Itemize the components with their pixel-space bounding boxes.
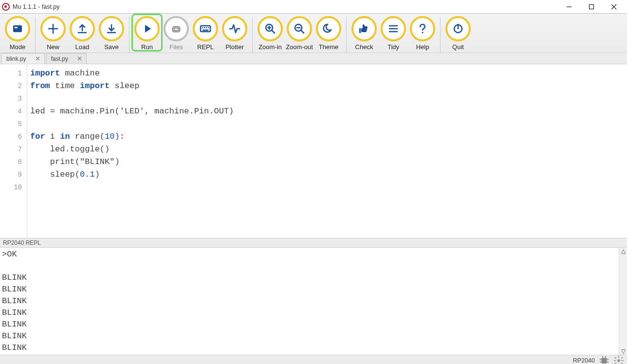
svg-rect-16 <box>614 360 616 361</box>
tab-close-icon[interactable]: ✕ <box>35 55 40 62</box>
close-icon <box>611 4 617 10</box>
help-label: Help <box>416 43 429 51</box>
zoomin-button[interactable]: Zoom-in <box>256 15 285 51</box>
chip-icon[interactable] <box>599 355 609 364</box>
power-icon <box>451 22 465 36</box>
theme-button[interactable]: Theme <box>314 15 343 51</box>
window-title: Mu 1.1.1 - fast.py <box>13 3 60 10</box>
svg-rect-21 <box>621 357 624 359</box>
toolbar-separator <box>440 17 441 53</box>
zoomout-label: Zoom-out <box>286 43 313 51</box>
quit-label: Quit <box>452 43 464 51</box>
tidy-label: Tidy <box>387 43 399 51</box>
mode-icon <box>11 22 24 36</box>
zoomout-button[interactable]: Zoom-out <box>285 15 314 51</box>
thumb-icon <box>357 22 371 36</box>
status-bar: RP2040 <box>0 355 627 364</box>
files-label: Files <box>169 43 183 51</box>
toolbar-separator <box>252 17 253 53</box>
toolbar: ModeNewLoadSaveRunFilesREPLPlotterZoom-i… <box>0 14 627 53</box>
moon-icon <box>322 22 335 36</box>
play-icon <box>140 22 154 36</box>
files-button[interactable]: Files <box>162 15 191 51</box>
maximize-button[interactable] <box>580 0 603 14</box>
app-icon <box>2 3 10 11</box>
tidy-button[interactable]: Tidy <box>379 15 408 51</box>
close-button[interactable] <box>603 0 625 14</box>
toolbar-separator <box>129 17 129 53</box>
toolbar-separator <box>35 17 36 53</box>
code-area[interactable]: import machine from time import sleep le… <box>27 64 627 238</box>
help-icon <box>416 22 429 36</box>
scroll-down-icon[interactable]: ▽ <box>619 348 627 355</box>
run-button[interactable]: Run <box>132 15 162 51</box>
toolbar-separator <box>346 17 347 53</box>
svg-rect-19 <box>621 362 624 364</box>
svg-rect-17 <box>622 360 624 361</box>
files-icon <box>169 22 183 36</box>
repl-label: REPL <box>197 43 214 51</box>
status-mode: RP2040 <box>573 357 595 364</box>
svg-rect-18 <box>614 357 617 359</box>
repl-scrollbar[interactable]: △ ▽ <box>619 248 627 355</box>
plus-icon <box>46 22 60 36</box>
quit-button[interactable]: Quit <box>443 15 473 51</box>
svg-point-13 <box>617 359 620 362</box>
check-label: Check <box>355 43 373 51</box>
svg-rect-20 <box>614 362 617 364</box>
settings-gear-icon[interactable] <box>613 355 624 364</box>
save-button[interactable]: Save <box>97 15 126 51</box>
new-label: New <box>47 43 59 51</box>
svg-rect-4 <box>602 358 607 364</box>
tab-label: blink.py <box>6 55 26 62</box>
minimize-button[interactable] <box>558 0 580 14</box>
menu-icon <box>387 22 400 36</box>
run-label: Run <box>141 43 153 51</box>
editor-tabs: blink.py✕fast.py✕ <box>0 53 627 64</box>
upload-icon <box>75 22 89 36</box>
mode-button[interactable]: Mode <box>3 15 32 51</box>
repl-output[interactable]: >OK BLINK BLINK BLINK BLINK BLINK BLINK … <box>0 248 619 355</box>
download-icon <box>105 22 118 36</box>
repl-button[interactable]: REPL <box>191 15 220 51</box>
save-label: Save <box>104 43 119 51</box>
help-button[interactable]: Help <box>408 15 437 51</box>
repl-title: RP2040 REPL <box>0 238 627 248</box>
theme-label: Theme <box>319 43 338 51</box>
tab-close-icon[interactable]: ✕ <box>77 55 82 62</box>
mode-label: Mode <box>10 43 26 51</box>
maximize-icon <box>589 4 594 10</box>
load-button[interactable]: Load <box>68 15 97 51</box>
new-button[interactable]: New <box>38 15 68 51</box>
svg-rect-14 <box>618 356 619 358</box>
svg-rect-1 <box>590 4 594 9</box>
tab-label: fast.py <box>51 55 68 62</box>
gutter: 12345678910 <box>0 64 27 238</box>
titlebar: Mu 1.1.1 - fast.py <box>0 0 627 14</box>
tab-fast-py[interactable]: fast.py✕ <box>46 53 87 64</box>
zoomout-icon <box>293 22 306 36</box>
minimize-icon <box>566 4 572 10</box>
keyboard-icon <box>199 22 212 36</box>
scroll-up-icon[interactable]: △ <box>619 248 627 255</box>
pulse-icon <box>228 22 241 36</box>
zoomin-icon <box>263 22 277 36</box>
editor[interactable]: 12345678910 import machine from time imp… <box>0 64 627 238</box>
repl-panel[interactable]: >OK BLINK BLINK BLINK BLINK BLINK BLINK … <box>0 248 627 355</box>
load-label: Load <box>75 43 90 51</box>
zoomin-label: Zoom-in <box>258 43 282 51</box>
check-button[interactable]: Check <box>350 15 379 51</box>
plotter-label: Plotter <box>225 43 244 51</box>
plotter-button[interactable]: Plotter <box>220 15 249 51</box>
tab-blink-py[interactable]: blink.py✕ <box>1 53 45 64</box>
